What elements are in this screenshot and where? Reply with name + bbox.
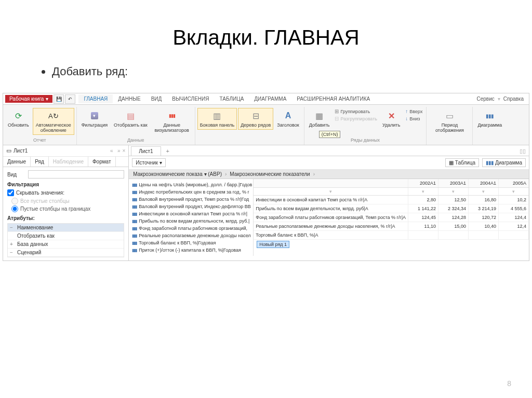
header-icon [282, 109, 295, 122]
menu-help[interactable]: Справка [503, 96, 524, 102]
ribbon-tabs: ГЛАВНАЯ ДАННЫЕ ВИД ВЫЧИСЛЕНИЯ ТАБЛИЦА ДИ… [78, 94, 375, 103]
panel-tab-row[interactable]: Ряд [31, 157, 49, 167]
display-icon [124, 109, 137, 122]
add-row-button[interactable]: Добавить [307, 108, 332, 130]
filter-section-title: Фильтрация [7, 182, 124, 187]
sheet-nav-arrows[interactable]: « » [110, 148, 120, 154]
side-panel-button[interactable]: Боковая панель [197, 108, 237, 130]
app-window: Рабочая книга▾ 💾 ↶ ГЛАВНАЯ ДАННЫЕ ВИД ВЫ… [3, 93, 529, 261]
tab-view[interactable]: ВИД [146, 94, 167, 103]
col-2004[interactable]: 2004A1 [469, 179, 499, 187]
group-report-caption: Отчет [33, 136, 46, 144]
ribbon: Обновить Автоматическое обновление Отчет… [3, 105, 529, 145]
series-icon: ▮▮▮ [132, 234, 137, 238]
filter-icon [88, 109, 101, 122]
vertical-split-icon[interactable]: ▯▯ [520, 148, 526, 155]
hide-values-check[interactable]: Скрывать значения: [7, 189, 124, 196]
left-panel: ▭ Лист1 « » × Данные Ряд Наблюдение Форм… [3, 145, 129, 260]
attr-name[interactable]: −Наименование [8, 224, 124, 232]
auto-update-icon [47, 109, 60, 122]
series-item[interactable]: ▮▮▮Реальные располагаемые денежные доход… [129, 232, 253, 239]
crumb-2[interactable]: Макроэкономические показатели [230, 171, 310, 177]
col-2003[interactable]: 2003A1 [438, 179, 469, 187]
attr-display-as[interactable]: Отобразить как [8, 232, 124, 240]
series-icon: ▮▮▮ [132, 212, 137, 216]
col-2005[interactable]: 2005A [499, 179, 529, 187]
menu-service[interactable]: Сервис [477, 96, 495, 102]
source-button[interactable]: Источник ▾ [132, 158, 165, 167]
tab-calc[interactable]: ВЫЧИСЛЕНИЯ [167, 94, 214, 103]
period-button[interactable]: Период отображения [429, 108, 470, 135]
series-item[interactable]: ▮▮▮Цены на нефть Urals (мировые), долл. … [129, 181, 253, 188]
header-button[interactable]: Заголовок [274, 108, 301, 130]
tab-data[interactable]: ДАННЫЕ [113, 94, 145, 103]
auto-update-button[interactable]: Автоматическое обновление [33, 108, 74, 135]
undo-icon[interactable]: ↶ [65, 94, 75, 104]
viz-data-button[interactable]: Данные визуализаторов [151, 108, 193, 135]
move-up-button[interactable]: Вверх [404, 108, 424, 115]
panel-tab-data[interactable]: Данные [3, 157, 31, 167]
diagram-icon [486, 160, 494, 166]
view-dropdown[interactable] [28, 170, 124, 179]
panel-tab-observation[interactable]: Наблюдение [49, 157, 88, 167]
viz-icon [166, 109, 178, 122]
save-icon[interactable]: 💾 [54, 94, 64, 104]
attr-scenario[interactable]: −Сценарий [8, 249, 124, 257]
tab-analytics[interactable]: РАСШИРЕННАЯ АНАЛИТИКА [291, 94, 375, 103]
slide-bullets: Добавить ряд: [0, 65, 532, 93]
tab-main[interactable]: ГЛАВНАЯ [78, 94, 113, 103]
down-icon [405, 116, 408, 121]
delete-button[interactable]: Удалить [380, 108, 403, 130]
col-2002[interactable]: 2002A1 [408, 179, 438, 187]
row-tree-button[interactable]: Дерево рядов [238, 108, 273, 130]
add-row-tooltip: (Ctrl+N) [319, 131, 341, 138]
series-item[interactable]: ▮▮▮Прибыль по всем видам деятельности, м… [129, 217, 253, 225]
crumb-1[interactable]: Макроэкономические показа ▾ (АВР) [133, 171, 222, 177]
group-button[interactable]: Группировать [333, 108, 379, 115]
new-row-input[interactable]: Новый ряд 1 [257, 241, 289, 248]
table-row[interactable]: Инвестиции в основной капитал Темп роста… [254, 196, 529, 204]
refresh-button[interactable]: Обновить [5, 108, 32, 135]
diagram-view-button[interactable]: Диаграмма [482, 158, 526, 167]
move-down-button[interactable]: Вниз [404, 115, 424, 122]
table-view-button[interactable]: ▦Таблица [445, 158, 479, 167]
series-item[interactable]: ▮▮▮Индекс потребительских цен в среднем … [129, 188, 253, 196]
series-icon: ▮▮▮ [132, 197, 137, 202]
workbook-menu[interactable]: Рабочая книга▾ [5, 95, 52, 103]
view-label: Вид [7, 172, 28, 177]
tab-table[interactable]: ТАБЛИЦА [214, 94, 249, 103]
radio-all-empty[interactable]: Все пустые столбцы [11, 198, 124, 204]
series-item[interactable]: ▮▮▮Валовой внутренний продукт, Индекс-де… [129, 203, 253, 210]
add-sheet-button[interactable]: + [162, 146, 174, 156]
series-list: ▮▮▮Цены на нефть Urals (мировые), долл. … [129, 179, 254, 256]
table-row[interactable]: Торговый баланс к ВВП, %|A [254, 231, 529, 240]
table-row[interactable]: Прибыль по всем видам деятельности, млрд… [254, 204, 529, 213]
table-row[interactable]: Фонд заработной платы работников организ… [254, 213, 529, 222]
tab-diagram[interactable]: ДИАГРАММА [249, 94, 291, 103]
ungroup-button[interactable]: Разгруппировать [333, 115, 379, 122]
series-item[interactable]: ▮▮▮Валовой внутренний продукт, Темп рост… [129, 196, 253, 203]
sheet-name[interactable]: Лист1 [14, 148, 28, 154]
series-item[interactable]: ▮▮▮Фонд заработной платы работников орга… [129, 225, 253, 232]
tree-icon [249, 109, 262, 122]
series-item[interactable]: ▮▮▮Приток (+)/отток (-) капитала к ВВП, … [129, 246, 253, 254]
chart-button[interactable]: Диаграмма [475, 108, 504, 130]
group-icon [335, 108, 339, 114]
series-item[interactable]: ▮▮▮Инвестиции в основной капитал Темп ро… [129, 210, 253, 217]
add-icon [313, 109, 326, 122]
doc-tab-sheet1[interactable]: Лист1 [131, 146, 161, 156]
sheet-icon: ▭ [6, 147, 11, 154]
series-icon: ▮▮▮ [132, 241, 137, 245]
period-icon [443, 109, 456, 122]
filter-button[interactable]: Фильтрация [79, 108, 110, 135]
panel-tab-format[interactable]: Формат [88, 157, 116, 167]
attr-database[interactable]: +База данных [8, 240, 124, 249]
series-item[interactable]: ▮▮▮Торговый баланс к ВВП, %|Годовая [129, 239, 253, 246]
group-data-caption: Данные [127, 136, 144, 144]
series-icon: ▮▮▮ [132, 204, 137, 209]
series-icon: ▮▮▮ [132, 248, 137, 253]
table-row[interactable]: Реальные располагаемые денежные доходы н… [254, 222, 529, 231]
close-panel-icon[interactable]: × [122, 148, 125, 154]
radio-empty-edges[interactable]: Пустые столбцы на границах [11, 205, 124, 212]
display-as-button[interactable]: Отобразить как [111, 108, 150, 135]
